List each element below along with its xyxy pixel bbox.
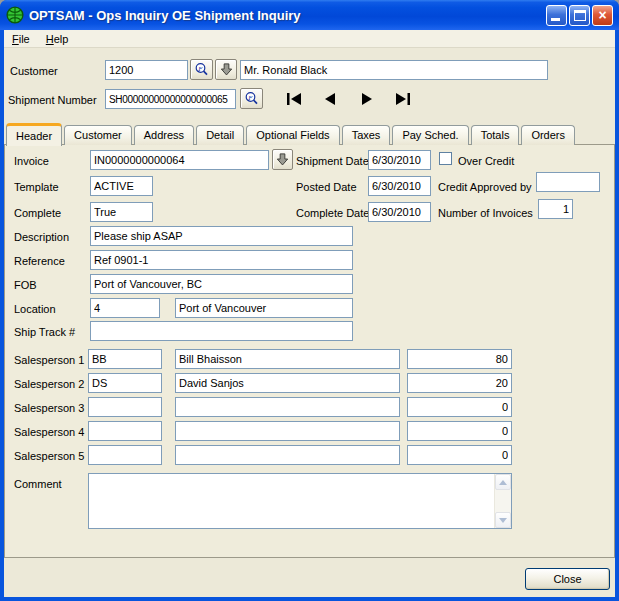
tab-customer[interactable]: Customer: [64, 125, 132, 145]
scroll-up-button[interactable]: [495, 474, 511, 490]
salesperson-name-field[interactable]: [175, 421, 400, 441]
salesperson-code-input[interactable]: [88, 397, 162, 417]
tab-pay-sched[interactable]: Pay Sched.: [392, 125, 468, 145]
reference-input[interactable]: [90, 250, 353, 270]
app-window: OPTSAM - Ops Inquiry OE Shipment Inquiry…: [0, 0, 619, 601]
tab-taxes[interactable]: Taxes: [342, 125, 391, 145]
minimize-button[interactable]: [546, 5, 567, 26]
salesperson-name-field[interactable]: [175, 397, 400, 417]
invoice-drilldown-button[interactable]: [272, 149, 293, 170]
salesperson-percent-input[interactable]: [407, 373, 512, 393]
salesperson-percent-input[interactable]: [407, 445, 512, 465]
complete-input[interactable]: [90, 202, 153, 222]
shipment-number-label: Shipment Number: [8, 94, 97, 106]
tab-orders[interactable]: Orders: [521, 125, 575, 145]
complete-date-label: Complete Date: [296, 207, 369, 219]
last-record-icon: [388, 91, 414, 107]
app-icon: [6, 6, 24, 24]
salesperson-code-input[interactable]: [88, 445, 162, 465]
chevron-down-icon: [499, 518, 507, 523]
tab-optional-fields[interactable]: Optional Fields: [246, 125, 339, 145]
number-of-invoices-label: Number of Invoices: [438, 207, 533, 219]
magnifier-f-icon: F: [194, 62, 210, 78]
window-title: OPTSAM - Ops Inquiry OE Shipment Inquiry: [29, 8, 546, 23]
customer-name-field[interactable]: [240, 60, 548, 80]
reference-label: Reference: [14, 255, 65, 267]
salesperson-percent-input[interactable]: [407, 397, 512, 417]
shipment-number-input[interactable]: [105, 89, 236, 109]
posted-date-label: Posted Date: [296, 181, 357, 193]
template-input[interactable]: [90, 176, 153, 196]
complete-date-input[interactable]: [368, 202, 431, 222]
template-label: Template: [14, 181, 59, 193]
credit-approved-by-label: Credit Approved by: [438, 181, 532, 193]
fob-label: FOB: [14, 279, 37, 291]
comment-label: Comment: [14, 478, 62, 490]
description-label: Description: [14, 231, 69, 243]
customer-finder-button[interactable]: F: [190, 59, 213, 80]
minimize-icon: [551, 18, 560, 21]
nav-last-button[interactable]: [388, 90, 414, 107]
shipment-date-input[interactable]: [368, 150, 431, 170]
location-label: Location: [14, 303, 56, 315]
ship-track-input[interactable]: [90, 321, 353, 341]
location-code-input[interactable]: [90, 298, 160, 318]
over-credit-label: Over Credit: [458, 155, 514, 167]
salesperson-percent-input[interactable]: [407, 349, 512, 369]
customer-label: Customer: [10, 65, 58, 77]
tab-totals[interactable]: Totals: [471, 125, 520, 145]
salesperson-2-label: Salesperson 2: [14, 378, 84, 390]
salesperson-name-field[interactable]: [175, 445, 400, 465]
customer-code-input[interactable]: [105, 60, 188, 80]
salesperson-code-input[interactable]: [88, 373, 162, 393]
salesperson-percent-input[interactable]: [407, 421, 512, 441]
tab-detail[interactable]: Detail: [196, 125, 244, 145]
salesperson-name-field[interactable]: [175, 349, 400, 369]
location-name-field[interactable]: [175, 298, 353, 318]
nav-next-button[interactable]: [353, 90, 379, 107]
salesperson-code-input[interactable]: [88, 349, 162, 369]
close-window-button[interactable]: ×: [592, 5, 613, 26]
down-arrow-icon: [219, 62, 234, 77]
maximize-button[interactable]: [569, 5, 590, 26]
scroll-down-button[interactable]: [495, 512, 511, 528]
record-navigation: [283, 90, 414, 107]
invoice-input[interactable]: [90, 150, 269, 170]
invoice-label: Invoice: [14, 155, 49, 167]
maximize-icon: [574, 10, 586, 21]
number-of-invoices-field[interactable]: [538, 199, 573, 219]
over-credit-checkbox[interactable]: [439, 152, 452, 165]
previous-record-icon: [318, 91, 344, 107]
description-input[interactable]: [90, 226, 353, 246]
comment-textarea[interactable]: [89, 474, 494, 528]
tab-header[interactable]: Header: [6, 123, 62, 146]
salesperson-name-field[interactable]: [175, 373, 400, 393]
comment-scrollbar[interactable]: [494, 474, 511, 528]
nav-previous-button[interactable]: [318, 90, 344, 107]
shipment-finder-button[interactable]: F: [240, 88, 263, 109]
salesperson-code-input[interactable]: [88, 421, 162, 441]
salesperson-3-label: Salesperson 3: [14, 402, 84, 414]
comment-box: [88, 473, 512, 529]
chevron-up-icon: [499, 480, 507, 485]
posted-date-input[interactable]: [368, 176, 431, 196]
menu-bar: File Help: [4, 30, 615, 48]
ship-track-label: Ship Track #: [14, 326, 75, 338]
svg-text:F: F: [197, 64, 203, 72]
menu-help[interactable]: Help: [38, 32, 77, 46]
salesperson-5-label: Salesperson 5: [14, 450, 84, 462]
first-record-icon: [283, 91, 309, 107]
tab-address[interactable]: Address: [134, 125, 194, 145]
menu-file[interactable]: File: [4, 32, 38, 46]
customer-drilldown-button[interactable]: [215, 59, 237, 80]
close-button[interactable]: Close: [525, 568, 610, 590]
shipment-date-label: Shipment Date: [296, 155, 369, 167]
nav-first-button[interactable]: [283, 90, 309, 107]
credit-approved-by-input[interactable]: [536, 172, 600, 192]
complete-label: Complete: [14, 207, 61, 219]
fob-input[interactable]: [90, 274, 353, 294]
down-arrow-icon: [275, 152, 290, 167]
salesperson-4-label: Salesperson 4: [14, 426, 84, 438]
svg-text:F: F: [247, 93, 253, 101]
window-controls: ×: [546, 5, 613, 26]
